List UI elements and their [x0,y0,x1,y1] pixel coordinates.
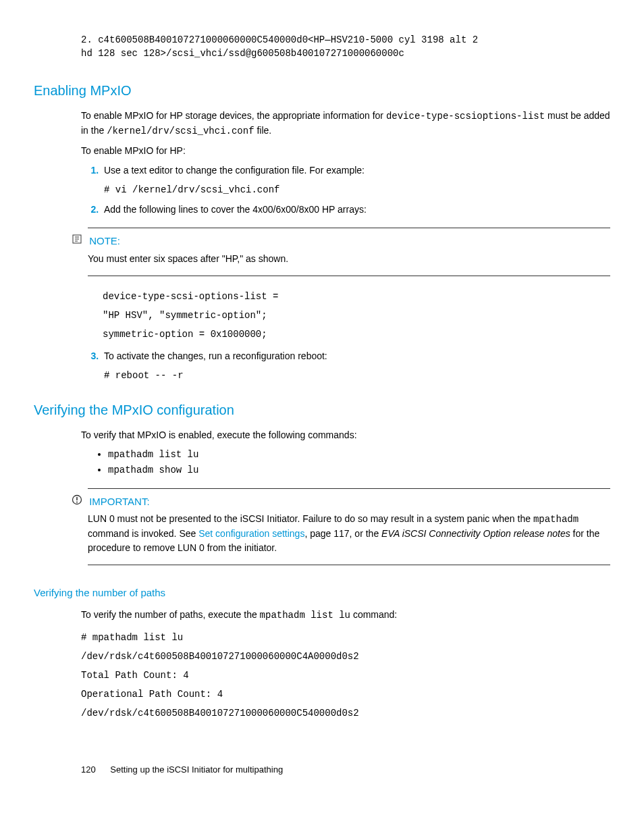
code-line: # vi /kernel/drv/scsi_vhci.conf [104,183,610,197]
text: command: [350,609,397,620]
code-line: # reboot -- -r [104,369,610,383]
note-icon [72,234,84,249]
code-line: hd 128 sec 128>/scsi_vhci/ssd@g600508b40… [81,47,610,61]
code-line: device-type-scsi-options-list = [103,287,610,306]
step-text: Add the following lines to cover the 4x0… [104,204,367,215]
svg-point-6 [76,501,78,502]
code-block: device-type-scsi-options-list = "HP HSV"… [103,287,610,344]
note-body: You must enter six spaces after "HP," as… [88,252,610,266]
code-line: "HP HSV", "symmetric-option"; [103,306,610,325]
text: file. [254,125,272,136]
code-block-top: 2. c4t600508B400107271000060000C540000d0… [81,34,610,60]
code-line: # mpathadm list lu [81,628,610,647]
ordered-list: Use a text editor to change the configur… [81,163,610,217]
code-line: 2. c4t600508B400107271000060000C540000d0… [81,34,610,47]
important-callout: IMPORTANT: LUN 0 must not be presented t… [88,488,610,566]
footer-text: Setting up the iSCSI Initiator for multi… [110,764,283,775]
heading-verifying-mpxio: Verifying the MPxIO configuration [34,400,610,420]
inline-code: mpathadm list lu [260,610,350,621]
italic-text: EVA iSCSI Connectivity Option release no… [381,528,570,539]
callout-heading: NOTE: [88,234,610,249]
code-line: Operational Path Count: 4 [81,685,610,704]
important-icon [72,494,84,510]
bullet-list: mpathadm list lu mpathadm show lu [95,448,610,477]
important-body: LUN 0 must not be presented to the iSCSI… [88,512,610,555]
step-text: To activate the changes, run a reconfigu… [104,350,327,361]
note-label: NOTE: [89,235,120,246]
paragraph: To verify that MPxIO is enabled, execute… [81,428,610,442]
paragraph: To enable MPxIO for HP storage devices, … [81,109,610,138]
list-item: mpathadm list lu [108,448,610,462]
callout-heading: IMPORTANT: [88,494,610,510]
heading-verifying-paths: Verifying the number of paths [34,585,610,601]
page-footer: 120 Setting up the iSCSI Initiator for m… [81,763,610,777]
text: command is invoked. See [88,528,198,539]
text: LUN 0 must not be presented to the iSCSI… [88,513,533,524]
list-item: Add the following lines to cover the 4x0… [101,203,610,217]
list-item: mpathadm show lu [108,463,610,477]
page-number: 120 [81,764,96,775]
code-line: symmetric-option = 0x1000000; [103,325,610,344]
inline-code: /kernel/drv/scsi_vhci.conf [107,126,254,136]
important-label: IMPORTANT: [89,496,149,507]
code-line: /dev/rdsk/c4t600508B400107271000060000C4… [81,647,610,666]
note-callout: NOTE: You must enter six spaces after "H… [88,228,610,276]
paragraph: To enable MPxIO for HP: [81,144,610,158]
heading-enabling-mpxio: Enabling MPxIO [34,80,610,101]
paragraph: To verify the number of paths, execute t… [81,608,610,623]
text: , page 117, or the [304,528,381,539]
code-block: # mpathadm list lu /dev/rdsk/c4t600508B4… [81,628,610,723]
inline-code: mpathadm [533,514,579,525]
step-text: Use a text editor to change the configur… [104,165,365,176]
text: To enable MPxIO for HP storage devices, … [81,110,386,121]
inline-code: device-type-scsioptions-list [386,111,545,122]
ordered-list: To activate the changes, run a reconfigu… [81,349,610,383]
list-item: To activate the changes, run a reconfigu… [101,349,610,383]
code-line: /dev/rdsk/c4t600508B400107271000060000C5… [81,704,610,723]
text: To verify the number of paths, execute t… [81,609,260,620]
code-line: Total Path Count: 4 [81,666,610,685]
list-item: Use a text editor to change the configur… [101,163,610,197]
link-set-configuration[interactable]: Set configuration settings [198,528,304,539]
